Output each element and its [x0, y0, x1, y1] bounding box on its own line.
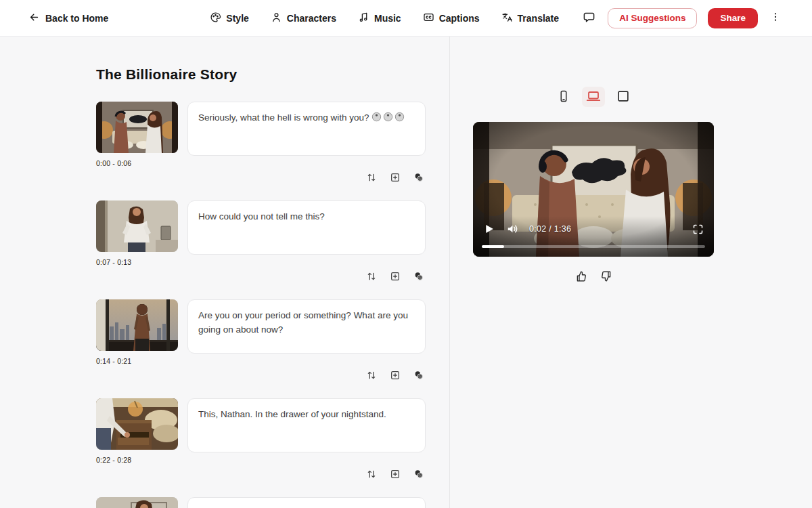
square-icon	[616, 89, 631, 106]
nav-item-label: Music	[374, 13, 401, 24]
add-scene-button[interactable]	[388, 171, 402, 184]
add-scene-button[interactable]	[388, 270, 402, 283]
top-navbar: Back to Home Style Characters Music Capt…	[0, 0, 812, 37]
thumbs-down-button[interactable]	[599, 269, 614, 284]
scene-row-1: 0:00 - 0:06 Seriously, what the hell is …	[96, 102, 426, 200]
chat-bubble-icon	[583, 11, 595, 26]
device-toggle-group	[552, 87, 635, 107]
nav-item-characters[interactable]: Characters	[271, 12, 336, 25]
scene-caption-input[interactable]: Are you on your period or something? Wha…	[187, 299, 426, 354]
scene-caption-text: This, Nathan. In the drawer of your nigh…	[198, 409, 386, 419]
scene-thumbnail[interactable]	[96, 200, 178, 252]
nav-item-music[interactable]: Music	[358, 12, 401, 25]
phone-icon	[557, 88, 570, 106]
fullscreen-button[interactable]	[691, 222, 705, 236]
music-note-icon	[358, 12, 369, 25]
reorder-scene-button[interactable]	[365, 467, 378, 481]
scene-time-range: 0:22 - 0:28	[96, 456, 178, 464]
preview-panel: 0:02 / 1:36	[450, 37, 812, 508]
scene-actions	[365, 467, 426, 481]
volume-button[interactable]	[505, 221, 520, 236]
ai-regenerate-icon[interactable]	[412, 368, 426, 382]
scene-caption-text: How could you not tell me this?	[198, 211, 325, 221]
ai-regenerate-icon[interactable]	[412, 270, 426, 283]
more-options-button[interactable]	[769, 9, 782, 26]
scene-thumbnail[interactable]	[96, 497, 178, 508]
ai-regenerate-icon[interactable]	[412, 467, 426, 481]
back-to-home-label: Back to Home	[45, 13, 108, 24]
scene-time-range: 0:00 - 0:06	[96, 159, 178, 167]
scene-caption-input[interactable]: This, Nathan. In the drawer of your nigh…	[187, 398, 426, 452]
ai-regenerate-icon[interactable]	[412, 171, 426, 184]
nav-item-label: Captions	[439, 13, 480, 24]
person-icon	[271, 12, 282, 25]
palette-icon	[210, 12, 221, 25]
captions-icon	[423, 12, 434, 25]
reorder-scene-button[interactable]	[365, 171, 378, 184]
scene-caption-input[interactable]: How could you not tell me this?	[187, 200, 426, 255]
nav-right: AI Suggestions Share	[581, 8, 782, 28]
feedback-buttons	[574, 269, 614, 284]
reorder-scene-button[interactable]	[365, 270, 378, 283]
scene-caption-text: Are you on your period or something? Wha…	[198, 310, 408, 335]
reorder-scene-button[interactable]	[365, 368, 378, 382]
add-scene-button[interactable]	[388, 467, 402, 481]
nav-item-label: Characters	[287, 13, 336, 24]
page-title: The Billionaire Story	[96, 66, 426, 83]
nav-item-captions[interactable]: Captions	[423, 12, 480, 25]
player-time-display: 0:02 / 1:36	[529, 224, 571, 234]
scene-actions	[365, 171, 426, 184]
ai-suggestions-button[interactable]: AI Suggestions	[608, 8, 697, 28]
scene-actions	[365, 368, 426, 382]
scene-row-4: 0:22 - 0:28 This, Nathan. In the drawer …	[96, 398, 426, 497]
nav-item-label: Translate	[518, 13, 559, 24]
share-button[interactable]: Share	[708, 8, 758, 28]
scene-row-3: 0:14 - 0:21 Are you on your period or so…	[96, 299, 426, 398]
scene-actions	[365, 270, 426, 283]
nav-item-style[interactable]: Style	[210, 12, 248, 25]
scene-time-range: 0:07 - 0:13	[96, 258, 178, 266]
video-frame	[473, 122, 714, 257]
translate-icon	[501, 12, 513, 25]
square-preview-button[interactable]	[612, 87, 635, 107]
nav-center: Style Characters Music Captions Translat…	[210, 12, 559, 25]
scene-list-panel: The Billionaire Story	[0, 37, 450, 508]
scene-caption-input[interactable]: Seriously, what the hell is wrong with y…	[187, 102, 426, 156]
player-progress-fill	[482, 245, 504, 248]
phone-preview-button[interactable]	[552, 87, 575, 107]
arrow-left-icon	[28, 12, 40, 25]
video-player[interactable]: 0:02 / 1:36	[473, 122, 714, 257]
scene-row-5	[96, 497, 426, 508]
rolling-eyes-emoji	[371, 112, 405, 122]
player-controls: 0:02 / 1:36	[482, 221, 705, 236]
scene-time-range: 0:14 - 0:21	[96, 357, 178, 365]
scene-thumbnail[interactable]	[96, 102, 178, 153]
scene-row-2: 0:07 - 0:13 How could you not tell me th…	[96, 200, 426, 299]
comment-button[interactable]	[581, 9, 597, 27]
player-progress-bar[interactable]	[482, 245, 705, 248]
play-button[interactable]	[482, 221, 496, 236]
laptop-icon	[585, 88, 602, 106]
thumbs-up-button[interactable]	[574, 269, 589, 284]
scene-thumbnail[interactable]	[96, 398, 178, 450]
scene-caption-text: Seriously, what the hell is wrong with y…	[198, 112, 369, 123]
add-scene-button[interactable]	[388, 368, 402, 382]
kebab-menu-icon	[770, 11, 781, 25]
scene-caption-input[interactable]	[187, 497, 426, 508]
desktop-preview-button[interactable]	[582, 87, 605, 107]
scene-thumbnail[interactable]	[96, 299, 178, 351]
nav-item-label: Style	[226, 13, 248, 24]
nav-item-translate[interactable]: Translate	[501, 12, 559, 25]
back-to-home-button[interactable]: Back to Home	[28, 12, 108, 25]
